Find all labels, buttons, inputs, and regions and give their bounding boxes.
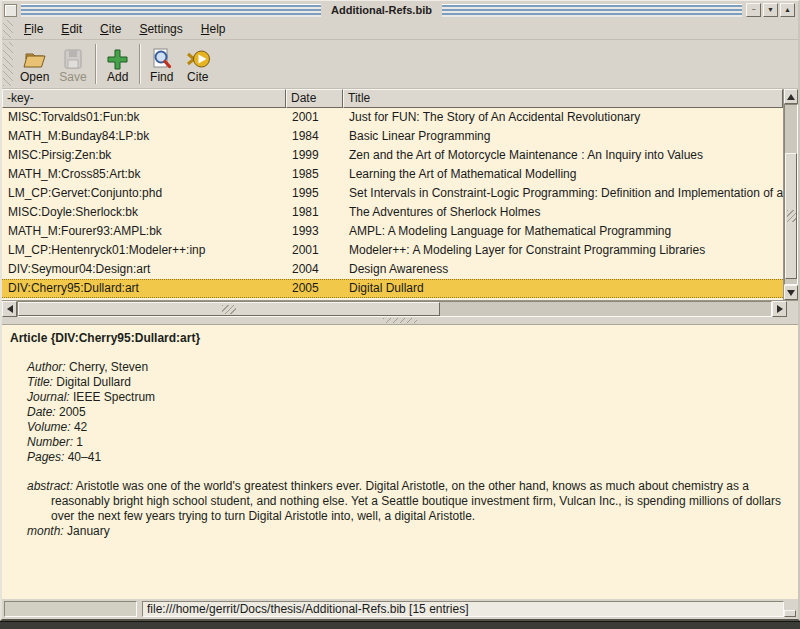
field-value: 2005 xyxy=(56,405,86,419)
field-volume: Volume: 42 xyxy=(27,420,788,435)
column-header-key[interactable]: -key- xyxy=(2,89,286,108)
horizontal-scrollbar-thumb[interactable] xyxy=(18,302,440,316)
arrow-up-icon xyxy=(787,94,795,100)
table-row[interactable]: MATH_M:Cross85:Art:bk1985Learning the Ar… xyxy=(2,165,783,184)
field-author: Author: Cherry, Steven xyxy=(27,360,788,375)
scroll-up-button[interactable] xyxy=(784,89,798,104)
arrow-down-icon xyxy=(787,290,795,296)
table-main: -key- Date Title MISC:Torvalds01:Fun:bk2… xyxy=(2,89,783,300)
table-row[interactable]: MISC:Torvalds01:Fun:bk2001Just for FUN: … xyxy=(2,108,783,127)
menubar: FileEditCiteSettingsHelp xyxy=(2,19,798,40)
pane-splitter[interactable] xyxy=(2,317,798,324)
toolbar-button-label: Find xyxy=(150,71,173,84)
toolbar-button-label: Add xyxy=(107,71,128,84)
cell-title: Digital Dullard xyxy=(343,280,783,297)
cell-title: Set Intervals in Constraint-Logic Progra… xyxy=(343,184,783,203)
table-row[interactable]: LM_CP:Gervet:Conjunto:phd1995Set Interva… xyxy=(2,184,783,203)
window-resize-grip[interactable] xyxy=(784,610,796,617)
field-journal: Journal: IEEE Spectrum xyxy=(27,390,788,405)
cell-date: 1985 xyxy=(286,165,343,184)
vertical-scrollbar[interactable] xyxy=(783,89,798,300)
table-row[interactable]: MISC:Pirsig:Zen:bk1999Zen and the Art of… xyxy=(2,146,783,165)
table-body: MISC:Torvalds01:Fun:bk2001Just for FUN: … xyxy=(2,108,783,300)
scroll-right-button[interactable] xyxy=(772,301,787,317)
menu-file[interactable]: File xyxy=(15,20,52,38)
open-folder-icon xyxy=(22,47,48,71)
add-plus-icon xyxy=(105,47,131,71)
cell-key: MISC:Torvalds01:Fun:bk xyxy=(2,108,286,127)
shade-button[interactable]: ▼ xyxy=(763,3,778,17)
cell-title: Modeler++: A Modeling Layer for Constrai… xyxy=(343,241,783,260)
cell-date: 1993 xyxy=(286,222,343,241)
open-button[interactable]: Open xyxy=(15,41,54,87)
cell-date: 2001 xyxy=(286,241,343,260)
cell-key: LM_CP:Gervet:Conjunto:phd xyxy=(2,184,286,203)
status-file-path: file:///home/gerrit/Docs/thesis/Addition… xyxy=(142,601,784,617)
titlebar[interactable]: Additional-Refs.bib − ▼ ▲ xyxy=(2,1,798,19)
cell-date: 1999 xyxy=(286,146,343,165)
find-button[interactable]: Find xyxy=(144,41,180,87)
splitter-grip-icon xyxy=(383,318,417,323)
field-title: Title: Digital Dullard xyxy=(27,375,788,390)
find-magnifier-icon xyxy=(149,47,175,71)
cell-date: 2005 xyxy=(286,280,343,297)
cite-icon xyxy=(185,47,211,71)
cite-button[interactable]: Cite xyxy=(180,41,216,87)
cell-key: DIV:Seymour04:Design:art xyxy=(2,260,286,279)
vertical-scrollbar-thumb[interactable] xyxy=(785,153,797,278)
field-label: Journal: xyxy=(27,390,70,404)
table-row[interactable]: DIV:Seymour04:Design:art2004Design Aware… xyxy=(2,260,783,279)
cell-key: DIV:Cherry95:Dullard:art xyxy=(2,280,286,297)
toolbar-button-label: Save xyxy=(59,71,86,84)
table-row[interactable]: MATH_M:Fourer93:AMPL:bk1993AMPL: A Model… xyxy=(2,222,783,241)
cell-date: 1981 xyxy=(286,203,343,222)
table-row[interactable]: MATH_M:Bunday84:LP:bk1984Basic Linear Pr… xyxy=(2,127,783,146)
desktop-background xyxy=(0,621,800,629)
entry-detail-pane: Article {DIV:Cherry95:Dullard:art} Autho… xyxy=(2,324,798,599)
toolbar-items: OpenSaveAddFindCite xyxy=(15,41,216,87)
table-row[interactable]: MISC:Doyle:Sherlock:bk1981The Adventures… xyxy=(2,203,783,222)
field-value: 42 xyxy=(71,420,88,434)
minimize-button[interactable]: − xyxy=(746,3,761,17)
table-row-selected[interactable]: DIV:Cherry95:Dullard:art2005Digital Dull… xyxy=(2,279,783,298)
add-button[interactable]: Add xyxy=(100,41,136,87)
maximize-button[interactable]: ▲ xyxy=(780,3,795,17)
field-label: Pages: xyxy=(27,450,64,464)
menu-help[interactable]: Help xyxy=(192,20,235,38)
cell-key: LM_CP:Hentenryck01:Modeler++:inp xyxy=(2,241,286,260)
field-pages: Pages: 40–41 xyxy=(27,450,788,465)
toolbar-button-label: Open xyxy=(20,71,49,84)
month-label: month: xyxy=(27,524,64,538)
horizontal-scrollbar-trough[interactable] xyxy=(17,301,772,317)
cell-date: 2004 xyxy=(286,260,343,279)
window-menu-icon[interactable] xyxy=(4,4,17,17)
vertical-scrollbar-trough[interactable] xyxy=(784,104,798,285)
menu-settings[interactable]: Settings xyxy=(130,20,191,38)
menubar-grip-handle[interactable] xyxy=(3,20,13,38)
statusbar: file:///home/gerrit/Docs/thesis/Addition… xyxy=(2,599,798,619)
toolbar-grip-handle[interactable] xyxy=(3,42,13,86)
scrollbar-corner xyxy=(787,300,798,317)
thumb-grip-icon xyxy=(787,210,796,222)
column-header-title[interactable]: Title xyxy=(343,89,783,108)
menu-cite[interactable]: Cite xyxy=(91,20,130,38)
save-button: Save xyxy=(54,41,91,87)
scroll-down-button[interactable] xyxy=(784,285,798,300)
field-label: Author: xyxy=(27,360,66,374)
horizontal-scrollbar[interactable] xyxy=(2,300,787,317)
cell-date: 1995 xyxy=(286,184,343,203)
abstract-value: Aristotle was one of the world's greates… xyxy=(51,479,781,523)
field-label: Number: xyxy=(27,435,73,449)
cell-date: 2001 xyxy=(286,108,343,127)
reference-table: -key- Date Title MISC:Torvalds01:Fun:bk2… xyxy=(2,89,798,300)
cell-title: Zen and the Art of Motorcycle Maintenanc… xyxy=(343,146,783,165)
menu-edit[interactable]: Edit xyxy=(52,20,91,38)
scroll-left-button[interactable] xyxy=(2,301,17,317)
field-label: Date: xyxy=(27,405,56,419)
column-header-date[interactable]: Date xyxy=(286,89,343,108)
toolbar-separator xyxy=(139,44,141,84)
cell-key: MISC:Doyle:Sherlock:bk xyxy=(2,203,286,222)
table-row[interactable]: LM_CP:Hentenryck01:Modeler++:inp2001Mode… xyxy=(2,241,783,260)
field-value: Digital Dullard xyxy=(53,375,131,389)
cell-date: 1984 xyxy=(286,127,343,146)
